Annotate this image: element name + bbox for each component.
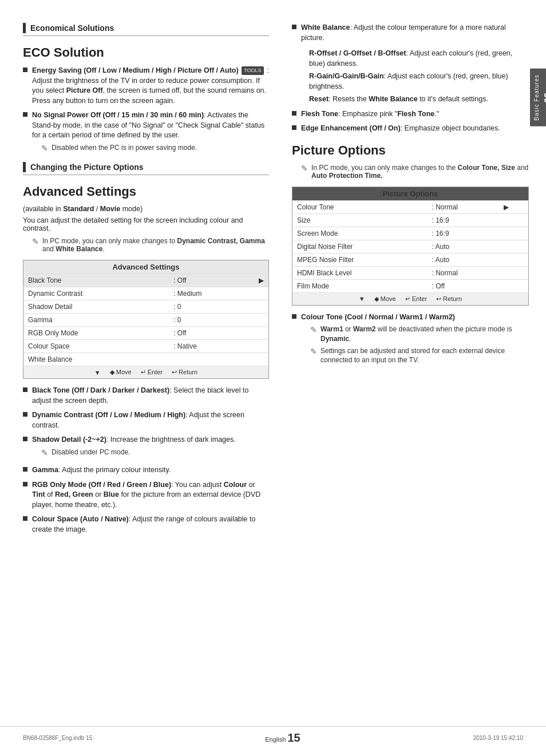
detail-bullet-3: Shadow Detail (-2~+2): Increase the brig… [23,435,269,461]
warm-note-2: ✎ Settings can be adjusted and stored fo… [310,346,529,366]
bullet-square [23,387,27,392]
flesh-tone-content: Flesh Tone: Emphasize pink "Flesh Tone." [301,109,529,120]
picture-options-note: ✎ In PC mode, you can only make changes … [301,164,529,180]
table-cell-arrow [254,327,269,340]
table-row: MPEG Nosie Filter : Auto [292,253,529,266]
table-cell-arrow [499,240,529,253]
table-cell-value: : Off [169,274,254,287]
bullet-square [23,467,27,472]
table-row: Colour Space : Native [23,340,269,353]
detail-bullet-5-content: RGB Only Mode (Off / Red / Green / Blue)… [32,480,269,510]
main-content: Economical Solutions ECO Solution Energy… [0,0,546,557]
footer-page-info: English 15 [265,731,300,745]
nav-enter: ↵ Enter [141,369,163,376]
flesh-tone-list: Flesh Tone: Emphasize pink "Flesh Tone."… [292,109,529,134]
bullet-square [292,25,296,29]
table-cell-label: RGB Only Mode [23,327,169,340]
shadow-note: ✎ Disabled under PC mode. [41,448,269,459]
table-cell-arrow [254,287,269,300]
table-cell-label: White Balance [23,353,169,366]
footer-file: BN68-02588F_Eng.indb 15 [23,735,92,741]
table-nav-cell: ▼ ◆ Move ↵ Enter ↩ Return [23,366,269,379]
side-tab: Basic Features 03 [530,69,546,126]
r-offset-item: R-Offset / G-Offset / B-Offset: Adjust e… [309,49,529,69]
advanced-note-text: In PC mode, you can only make changes to… [42,237,269,253]
eco-bullet-list: Energy Saving (Off / Low / Medium / High… [23,66,269,156]
advanced-desc: You can adjust the detailed setting for … [23,216,269,232]
page-wrapper: Basic Features 03 Economical Solutions E… [0,0,546,756]
page-number: 15 [287,731,300,744]
table-cell-value: : 0 [169,314,254,327]
table-header-row: Advanced Settings [23,260,269,274]
picture-nav-down: ▼ [359,295,365,302]
table-cell-arrow [499,253,529,266]
table-cell-label: Digital Noise Filter [292,240,428,253]
table-cell-value [169,353,254,366]
r-gain-item: R-Gain/G-Gain/B-Gain: Adjust each colour… [309,72,529,92]
colour-tone-list: Colour Tone (Cool / Normal / Warm1 / War… [292,312,529,368]
table-row: Size : 16:9 [292,213,529,227]
picture-nav-return: ↩ Return [436,295,462,303]
colour-tone-content: Colour Tone (Cool / Normal / Warm1 / War… [301,312,529,368]
picture-nav-move: ◆ Move [374,295,396,303]
eco-bullet-1: Energy Saving (Off / Low / Medium / High… [23,66,269,106]
table-cell-value: : Auto [428,240,499,253]
table-cell-arrow [499,279,529,292]
eco-title: ECO Solution [23,45,269,60]
bullet-square [23,482,27,486]
picture-nav-symbols: ▼ ◆ Move ↵ Enter ↩ Return [295,295,526,303]
table-row: Screen Mode : 16:9 [292,227,529,240]
table-cell-arrow: ▶ [254,274,269,287]
table-cell-arrow [254,340,269,353]
table-cell-arrow: ▶ [499,200,529,213]
picture-nav-enter: ↵ Enter [405,295,427,303]
table-cell-arrow [254,314,269,327]
table-cell-value: : Medium [169,287,254,300]
table-cell-label: Size [292,213,428,227]
table-cell-label: Shadow Detail [23,300,169,314]
table-row: Dynamic Contrast : Medium [23,287,269,300]
picture-table-nav-row: ▼ ◆ Move ↵ Enter ↩ Return [292,292,529,305]
detail-bullet-4: Gamma: Adjust the primary colour intensi… [23,465,269,476]
table-cell-value: : 16:9 [428,213,499,227]
table-cell-label: Dynamic Contrast [23,287,169,300]
table-cell-arrow [499,266,529,279]
reset-item: Reset: Resets the White Balance to it's … [309,94,529,105]
side-tab-label: Basic Features [533,74,540,121]
table-cell-label: Black Tone [23,274,169,287]
table-cell-arrow [254,353,269,366]
section-picture-title: Changing the Picture Options [30,163,144,172]
advanced-note: ✎ In PC mode, you can only make changes … [32,237,269,253]
left-column: Economical Solutions ECO Solution Energy… [23,23,286,540]
colour-tone-bullet: Colour Tone (Cool / Normal / Warm1 / War… [292,312,529,368]
table-cell-arrow [499,213,529,227]
detail-bullet-2-content: Dynamic Contrast (Off / Low / Medium / H… [32,410,269,430]
section-bar [23,23,26,33]
table-row: Colour Tone : Normal ▶ [292,200,529,213]
table-cell-value: : Native [169,340,254,353]
advanced-table-header: Advanced Settings [23,260,269,274]
section-economical: Economical Solutions [23,23,269,36]
edge-content: Edge Enhancement (Off / On): Emphasize o… [301,124,529,134]
detail-bullet-6: Colour Space (Auto / Native): Adjust the… [23,514,269,535]
picture-table-header-row: Picture Options [292,187,529,200]
nav-return: ↩ Return [172,369,197,376]
detail-bullet-6-content: Colour Space (Auto / Native): Adjust the… [32,514,269,535]
bullet-square [23,437,27,441]
table-cell-label: HDMI Black Level [292,266,428,279]
table-cell-label: MPEG Nosie Filter [292,253,428,266]
bullet-square [292,314,296,319]
table-cell-label: Colour Space [23,340,169,353]
flesh-tone-bullet: Flesh Tone: Emphasize pink "Flesh Tone." [292,109,529,120]
tools-badge: TOOLS [242,66,263,75]
eco-bullet-2: No Signal Power Off (Off / 15 min / 30 m… [23,110,269,156]
white-balance-content: White Balance: Adjust the colour tempera… [301,23,529,43]
table-row: RGB Only Mode : Off [23,327,269,340]
note-icon-4: ✎ [301,164,308,173]
section-economical-title: Economical Solutions [30,23,114,33]
picture-options-table: Picture Options Colour Tone : Normal ▶ S… [292,187,529,306]
section-picture: Changing the Picture Options [23,162,269,175]
detail-bullet-1: Black Tone (Off / Dark / Darker / Darkes… [23,386,269,406]
note-icon-5: ✎ [310,324,317,336]
advanced-settings-table: Advanced Settings Black Tone : Off ▶ Dyn… [23,260,269,379]
